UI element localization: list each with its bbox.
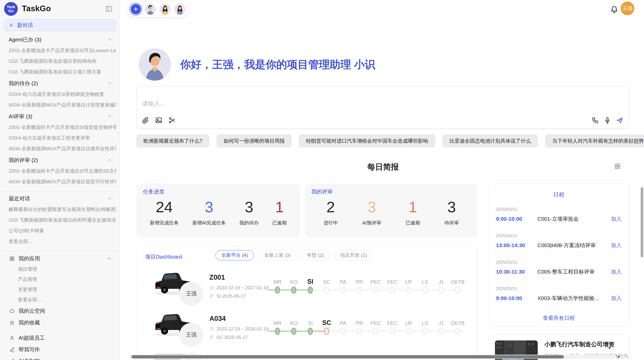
milestone-dot [390, 328, 395, 335]
join-button[interactable]: 加入 [611, 268, 622, 275]
section-my-review[interactable]: 我的评审 (2) [9, 157, 112, 163]
suggestion-chips: 欧洲新规最近颁布了什么? 如何写一份清晰的项目周报 特朗普可能对进口汽车增税会对… [136, 134, 630, 147]
recent-view-all-link[interactable]: 查看全部... [9, 239, 116, 244]
stat-label: 新增AI完成任务 [192, 220, 226, 226]
vertical-scrollbar-thumb[interactable] [641, 187, 643, 257]
project-row[interactable]: 王强 A034 2023-12-19 ~ 2026-01-19 SC-2025-… [137, 309, 477, 350]
screenshot-scissors-icon[interactable] [168, 116, 176, 124]
briefing-layout-button[interactable] [614, 163, 621, 170]
apps-view-all-link[interactable]: 查看全部... [18, 297, 116, 303]
section-my-todo[interactable]: 我的待办 (2) [9, 80, 112, 86]
tab-powertrain[interactable]: 动总开发 (1) [334, 250, 373, 260]
notifications-button[interactable] [610, 5, 619, 14]
flag-icon [209, 294, 214, 299]
join-button[interactable]: 加入 [611, 215, 622, 222]
tab-model-year[interactable]: 年型 (2) [301, 250, 330, 260]
join-button[interactable]: 加入 [611, 242, 622, 249]
suggestion-chip[interactable]: 如何写一份清晰的项目周报 [216, 134, 292, 147]
sidebar-item-creative-draw[interactable]: 创意制图 [9, 358, 112, 360]
stat-label: 已逾期 [272, 220, 287, 226]
milestone-label: PEC [371, 320, 381, 326]
milestone-dot [439, 287, 444, 294]
person-icon [9, 335, 15, 341]
project-code: A034 [209, 315, 226, 323]
avatar[interactable] [159, 3, 171, 15]
greeting-block: 你好，王强，我是你的项目管理助理 小识 [139, 48, 375, 81]
sidebar-item-help-write[interactable]: 帮我写作 [9, 346, 112, 353]
voice-call-icon[interactable] [591, 116, 599, 124]
sidebar-item-change-mgmt[interactable]: 变更管理 [18, 287, 116, 292]
section-recent-chats[interactable]: 最近对话 [9, 196, 112, 202]
stat-label: AI预评审 [362, 220, 381, 226]
tab-new-body[interactable]: 全新上装 (3) [258, 250, 297, 260]
attachment-icon[interactable] [142, 116, 149, 124]
schedule-time: 9:00-10:00 [496, 216, 537, 222]
horizontal-scrollbar-track[interactable] [129, 355, 615, 359]
list-item[interactable]: 公司Q3轻卡销量 [9, 228, 116, 234]
section-ai-review[interactable]: AI评审 (3) [9, 113, 112, 119]
scroll-right-arrow-icon[interactable] [616, 354, 621, 359]
list-item[interactable]: 解释最新出台的欧盟报废车法规再生塑料比例被调至15%... [9, 207, 116, 212]
section-agent-done[interactable]: Agent已办 (3) [9, 37, 112, 43]
list-item[interactable]: C0X4-动力总成开发项目工程变更评审 [9, 135, 116, 141]
plus-icon [8, 22, 14, 28]
add-agent-button[interactable] [130, 3, 142, 15]
list-item[interactable]: C02-飞腾新能源轻客改款项目里程碑画布 [9, 58, 116, 64]
milestone-dot [341, 287, 346, 294]
milestone-dot [406, 328, 411, 335]
list-item[interactable]: A034-全新新能源MUV产品开发项目计划变更表编写 [9, 102, 116, 108]
stat-value: 2 [327, 197, 335, 218]
sidebar-item-my-apps[interactable]: 我的应用 [9, 255, 112, 262]
sidebar-item-product-mgmt[interactable]: 产品管理 [18, 277, 116, 282]
milestone-dot [341, 328, 346, 335]
microphone-icon[interactable] [604, 116, 611, 124]
new-chat-button[interactable]: 新对话 [4, 19, 116, 31]
view-all-schedule-link[interactable]: 查看所有日程 [496, 314, 622, 322]
list-item[interactable]: C0X4-动力总成开发项目SI里程碑提交物检查 [9, 92, 116, 97]
stat-value: 1 [275, 197, 284, 218]
project-row[interactable]: 王强 Z001 2023-12-19 ~ 2027-01-19 SI-2025-… [137, 267, 477, 309]
avatar[interactable] [144, 3, 156, 15]
schedule-date: 2025/03/11 [496, 286, 622, 291]
chat-input[interactable] [142, 100, 575, 112]
image-upload-icon[interactable] [155, 116, 163, 124]
suggestion-chip[interactable]: 特朗普可能对进口汽车增税会对中国车企造成哪些影响 [299, 134, 435, 147]
suggestion-chip[interactable]: 比亚迪全固态电池计划具体说了什么 [442, 134, 538, 147]
suggestion-chip[interactable]: 欧洲新规最近颁布了什么? [136, 134, 209, 147]
schedule-item: 2025/03/11 13:00-14:30 C003|H0B-方案冻结评审 加… [496, 229, 622, 256]
milestone-label: MR [273, 279, 281, 285]
list-item[interactable]: Z001-全新燃油轻卡产品开发项目SI节点属性5D文件评审 [9, 168, 116, 174]
suggestion-chip[interactable]: 当下年轻人对汽车外观有怎样的喜好趋势 [545, 134, 644, 147]
milestone-label: FEC [387, 279, 397, 285]
milestone-label: KO [290, 279, 298, 285]
stat: 1 已逾期 [272, 197, 287, 237]
tab-new-platform[interactable]: 全新平台 (4) [215, 250, 254, 260]
card-title: 我的评审 [311, 188, 333, 195]
sidebar-item-ai-super-staff[interactable]: AI超级员工 [9, 335, 112, 341]
list-item[interactable]: Z001-全新燃油轻卡产品开发项目SI造型提交物评审 [9, 125, 116, 130]
sidebar-item-cloud-space[interactable]: 我的云空间 [9, 308, 112, 314]
section-label: 我的待办 (2) [9, 80, 38, 86]
avatar[interactable] [174, 3, 186, 15]
sidebar-item-project-mgmt[interactable]: 项目管理 [18, 266, 116, 272]
my-reviews-card: 我的评审 2 进行中 3 AI预评审 1 已逾期 3 待评审 [305, 184, 478, 237]
join-button[interactable]: 加入 [611, 295, 622, 302]
milestone-label: LR [405, 320, 412, 326]
app-title: TaskGo [22, 4, 51, 13]
send-icon[interactable] [616, 116, 623, 124]
schedule-event-title: C005-整车工程目标评审 [537, 268, 611, 275]
sidebar-item-favorites[interactable]: 我的收藏 [9, 319, 112, 326]
sidebar-collapse-button[interactable] [105, 5, 113, 13]
user-avatar[interactable]: 王强 [621, 2, 634, 15]
list-item[interactable]: A034-全新新能源MUV产品开发项目造型可行性评审 [9, 179, 116, 185]
list-item[interactable]: C02-飞腾新能源轻客改款项目的闭环通告反馈情况 [9, 217, 116, 223]
user-name: 王强 [622, 5, 633, 12]
sidebar-item-label: 帮我写作 [19, 346, 40, 353]
milestone-label: J1 [438, 320, 444, 326]
list-item[interactable]: A034-全新新能源MUV产品开发项目法规符合性评审 [9, 146, 116, 152]
list-item[interactable]: Z001-全新燃油皮卡产品开发项目SI节点Lesson Learn报告 [9, 48, 116, 53]
list-item[interactable]: C02-飞腾新能源轻客改款项目立项汇报方案 [9, 69, 116, 75]
horizontal-scrollbar-thumb[interactable] [131, 355, 564, 358]
project-dates: 2023-12-19 ~ 2026-01-19 [209, 326, 269, 332]
scroll-down-arrow-icon[interactable] [607, 345, 612, 351]
